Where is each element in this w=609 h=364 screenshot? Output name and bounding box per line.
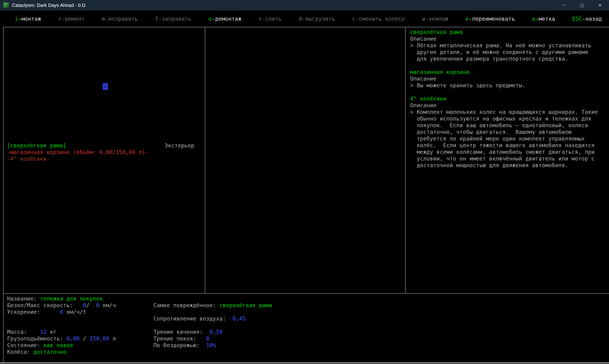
menu-hotkey: f xyxy=(155,16,159,22)
stat-segment: 0 xyxy=(90,302,99,308)
stats-right-column: Самое повреждённое: сверхлёгкая рама Соп… xyxy=(153,295,272,355)
stat-segment: Самое повреждённое: xyxy=(153,302,219,308)
stat-segment: / xyxy=(86,302,90,308)
stat-line: Трение качения: 0,50 xyxy=(153,329,272,335)
window-controls: ─ ▢ ✕ xyxy=(555,0,609,11)
stat-line: Название: тележка для покупок xyxy=(7,295,116,302)
vehicle-cursor-tile[interactable]: o xyxy=(103,83,108,90)
stat-segment: Название: xyxy=(7,296,40,302)
cdda-vehicle-interact-screen: { "window": { "title": "Cataclysm: Dark … xyxy=(0,0,609,364)
description-line: другие детали, и её можно соединять с др… xyxy=(410,49,598,55)
menu-hotkey: ESC xyxy=(572,16,582,22)
vehicle-parts-list: [сверхлёгкая рама]-магазинная корзина (о… xyxy=(7,142,148,162)
stat-line: Состояние: как новое xyxy=(7,342,116,349)
minimize-button[interactable]: ─ xyxy=(555,0,573,11)
left-border xyxy=(3,27,4,363)
menu-hotkey: o xyxy=(208,16,212,22)
spacer-line xyxy=(410,62,598,69)
menu-item-a[interactable]: a-метка xyxy=(532,16,555,22)
description-line: достаточно, чтобы двигаться. Вашему авто… xyxy=(410,129,598,135)
stat-line xyxy=(7,315,116,322)
window-title: Cataclysm: Dark Days Ahead - 0.D xyxy=(12,3,85,8)
stat-line: Трение покоя: 0 xyxy=(153,335,272,342)
menu-item-o[interactable]: o-демонтаж xyxy=(208,16,241,22)
stat-line: Колёса: достаточно xyxy=(7,349,116,355)
stat-segment: Грузоподъёмность: xyxy=(7,336,66,342)
menu-item-i[interactable]: i-монтаж xyxy=(15,16,41,22)
stat-segment: км/ч/t xyxy=(63,309,86,315)
menu-item-d[interactable]: d-выгрузить xyxy=(299,16,335,22)
part-descriptions: сверхлёгкая рамаОписание> Лёгкая металли… xyxy=(410,29,598,169)
menu-item-w[interactable]: w-экипаж xyxy=(422,16,449,22)
menu-item-r[interactable]: r-ремонт xyxy=(58,16,85,22)
stat-segment: 10% xyxy=(203,342,216,348)
menu-item-s[interactable]: s-слить xyxy=(259,16,282,22)
menu-item-ESC[interactable]: ESC-назад xyxy=(572,16,602,22)
stat-line: Грузоподъёмность: 0,00 / 150,00 л xyxy=(7,335,116,342)
spacer-line xyxy=(410,89,598,95)
panel-separator-2 xyxy=(405,27,406,293)
stat-segment: л xyxy=(109,336,116,342)
menu-label: -заправить xyxy=(159,16,191,22)
description-line: условии, что он имеет включённый двигате… xyxy=(410,155,598,162)
description-heading: Описание xyxy=(410,102,598,109)
menu-label: -исправить xyxy=(105,16,138,22)
stat-segment: достаточно xyxy=(34,349,66,355)
maximize-button[interactable]: ▢ xyxy=(573,0,591,11)
menu-label: -сменить колесо xyxy=(355,16,405,22)
menu-label: -монтаж xyxy=(18,16,41,22)
stat-segment: км/ч xyxy=(99,302,116,308)
titlebar: Cataclysm: Dark Days Ahead - 0.D ─ ▢ ✕ xyxy=(0,0,609,11)
menu-hotkey: w xyxy=(422,16,425,22)
stat-segment: Трение качения: xyxy=(153,329,206,335)
stat-line: Масса: 12 кг xyxy=(7,329,116,335)
menu-item-m[interactable]: m-исправить xyxy=(102,16,138,22)
stat-segment: тележка для покупок xyxy=(40,296,103,302)
app-icon xyxy=(3,2,9,8)
stat-line xyxy=(153,322,272,329)
description-line: обычно используются на офисных креслах и… xyxy=(410,115,598,122)
description-line: для увеличения размера транспортного сре… xyxy=(410,55,598,62)
main-top-border xyxy=(3,27,609,27)
stat-segment: 0,45 xyxy=(229,315,246,322)
menu-label: -выгрузить xyxy=(302,16,335,22)
stat-segment: / xyxy=(80,336,90,342)
stat-line: Самое повреждённое: сверхлёгкая рама xyxy=(153,302,272,309)
stat-segment: 0 xyxy=(76,302,86,308)
menu-label: -метка xyxy=(535,16,555,22)
menu-item-e[interactable]: e-переименовать xyxy=(465,16,515,22)
description-line: достаточной мощностью для движения автом… xyxy=(410,162,598,169)
description-line: требуется по крайней мере один комплект … xyxy=(410,135,598,142)
section-label: Экстерьер xyxy=(165,142,194,149)
stats-top-border xyxy=(3,293,609,294)
stat-line xyxy=(153,349,272,355)
stat-segment: кг xyxy=(47,329,57,335)
description-heading: Описание xyxy=(410,35,598,42)
menu-item-c[interactable]: c-сменить колесо xyxy=(352,16,405,22)
stat-line xyxy=(153,295,272,302)
stat-segment: 150,00 xyxy=(90,336,109,342)
close-button[interactable]: ✕ xyxy=(591,0,609,11)
menu-hotkey: e xyxy=(465,16,469,22)
description-line: между всеми колёсами, автомобиль сможет … xyxy=(410,149,598,155)
vehicle-part-item[interactable]: -магазинная корзина (объём: 0,00/150,00 … xyxy=(7,149,148,156)
bottom-divider xyxy=(0,363,609,363)
menu-item-f[interactable]: f-заправить xyxy=(155,16,191,22)
vehicle-part-item[interactable]: -4" колёсики- xyxy=(7,156,148,162)
description-line: > Вы можете хранить здесь предметы. xyxy=(410,82,598,89)
part-name: сверхлёгкая рама xyxy=(410,29,598,35)
stat-segment: Колёса: xyxy=(7,349,34,355)
menu-hotkey: r xyxy=(58,16,62,22)
menu-label: -экипаж xyxy=(425,16,449,22)
menu-label: -демонтаж xyxy=(212,16,241,22)
menu-hotkey: d xyxy=(299,16,302,22)
part-name: 4" колёсики xyxy=(410,95,598,102)
description-heading: Описание xyxy=(410,75,598,82)
stat-line: По бездорожью: 10% xyxy=(153,342,272,349)
description-line: > Комплект маленьких колес на вращающихс… xyxy=(410,109,598,115)
description-line: > Лёгкая металлическая рама. На неё можн… xyxy=(410,42,598,49)
stat-segment: Трение покоя: xyxy=(153,336,199,342)
vehicle-part-item[interactable]: [сверхлёгкая рама] xyxy=(7,142,148,149)
menu-hotkey: i xyxy=(15,16,18,22)
part-name: магазинная корзина xyxy=(410,69,598,75)
